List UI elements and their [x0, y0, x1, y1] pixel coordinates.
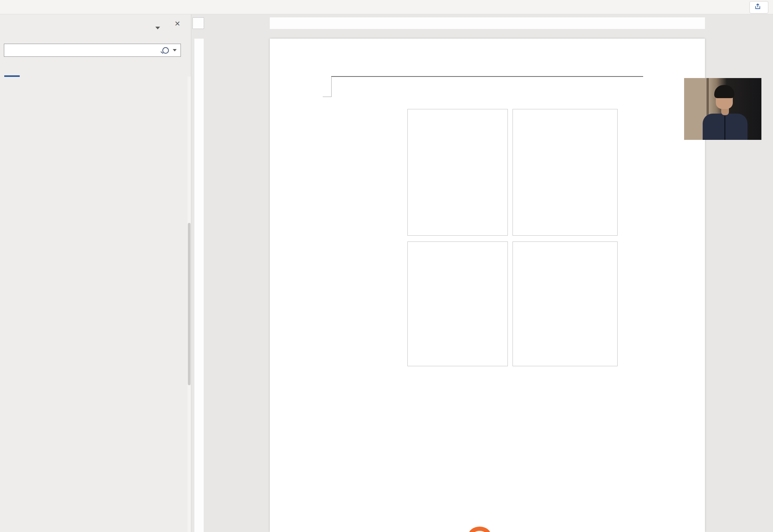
scatter-panel-b — [408, 242, 507, 366]
scatter-panel-c — [513, 242, 617, 366]
text-boundary-mark — [331, 77, 332, 97]
scatter-panel-a — [408, 109, 507, 235]
share-icon — [754, 3, 761, 12]
document-search-input[interactable] — [4, 44, 181, 57]
share-button[interactable] — [749, 1, 768, 14]
search-icon[interactable] — [162, 47, 169, 54]
nav-close-icon[interactable]: × — [175, 18, 180, 29]
jacket-zip — [724, 116, 725, 140]
search-chevron-down-icon[interactable] — [173, 49, 177, 51]
nav-options-chevron-down-icon[interactable] — [155, 27, 160, 29]
vertical-ruler[interactable] — [194, 39, 204, 532]
horizontal-ruler[interactable] — [270, 17, 705, 29]
nav-scrollbar-thumb[interactable] — [188, 223, 191, 385]
figure-legend-box — [513, 109, 617, 235]
text-boundary-mark — [323, 97, 331, 97]
tab-stop-selector[interactable] — [192, 17, 204, 29]
navigation-pane: × — [0, 14, 191, 532]
menu-bar — [0, 0, 773, 14]
headings-tree — [0, 76, 187, 532]
webcam-video-overlay — [684, 78, 761, 140]
header-divider-line — [331, 76, 643, 77]
presenter-hair — [714, 85, 734, 98]
